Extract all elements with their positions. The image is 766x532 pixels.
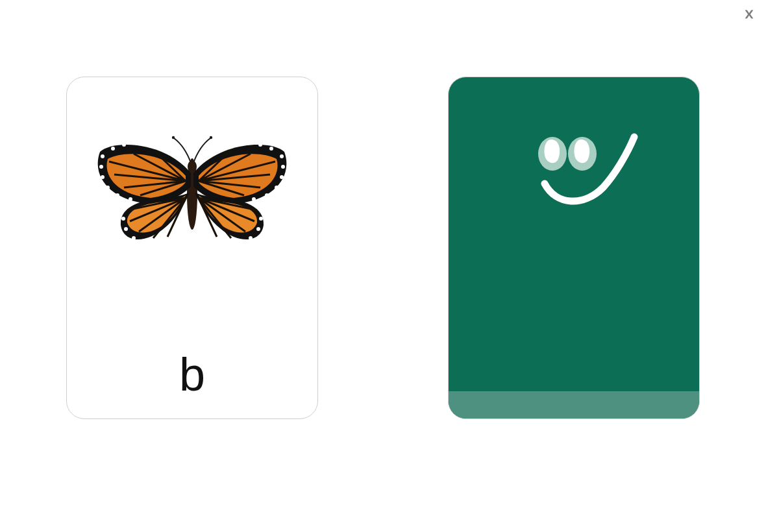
svg-point-0 — [172, 136, 175, 139]
svg-point-6 — [101, 175, 105, 179]
butterfly-icon — [88, 116, 296, 268]
svg-point-4 — [101, 154, 105, 158]
card-back-footer — [449, 391, 699, 418]
svg-point-31 — [237, 241, 241, 245]
svg-point-23 — [265, 193, 269, 197]
svg-point-12 — [135, 141, 139, 145]
svg-point-21 — [280, 175, 284, 179]
svg-point-15 — [132, 236, 136, 240]
svg-point-9 — [129, 197, 132, 201]
svg-point-11 — [122, 143, 126, 147]
svg-point-8 — [116, 193, 119, 197]
svg-point-13 — [121, 217, 125, 221]
card-row: b — [0, 0, 766, 419]
svg-point-30 — [249, 236, 253, 240]
svg-point-22 — [275, 186, 278, 189]
svg-point-25 — [269, 147, 273, 151]
svg-point-32 — [224, 243, 228, 247]
svg-point-27 — [245, 141, 249, 145]
svg-point-33 — [212, 239, 216, 243]
close-button[interactable] — [739, 5, 760, 26]
svg-point-17 — [156, 243, 160, 247]
svg-point-28 — [259, 217, 263, 221]
flash-card-back[interactable] — [448, 77, 700, 419]
flash-card-front[interactable]: b — [66, 77, 318, 419]
svg-point-10 — [111, 147, 115, 151]
svg-point-14 — [124, 227, 128, 231]
svg-point-5 — [99, 165, 103, 169]
card-letter: b — [179, 351, 205, 398]
svg-point-24 — [252, 197, 256, 201]
close-icon — [742, 7, 756, 24]
svg-point-20 — [281, 165, 285, 169]
svg-point-16 — [143, 241, 147, 245]
svg-point-7 — [106, 186, 110, 189]
svg-point-1 — [210, 136, 212, 139]
svg-point-29 — [256, 227, 260, 231]
svg-point-18 — [168, 239, 172, 243]
card-back-face — [449, 128, 699, 234]
svg-point-26 — [258, 143, 262, 147]
card-image — [88, 117, 296, 267]
svg-point-19 — [280, 154, 284, 158]
smiley-face-icon — [506, 128, 642, 234]
game-stage: b — [0, 0, 766, 532]
